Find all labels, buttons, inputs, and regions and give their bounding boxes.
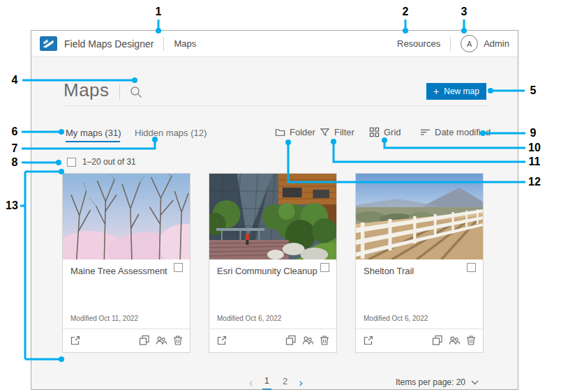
card-title[interactable]: Esri Community Cleanup [217, 266, 317, 276]
app-title: Field Maps Designer [64, 38, 154, 50]
callout-number-5: 5 [530, 84, 537, 97]
share-group-icon[interactable] [449, 335, 460, 346]
items-per-page-label: Items per page: 20 [396, 377, 465, 387]
filter-icon [320, 127, 330, 137]
card-thumbnail-trail-fence[interactable] [356, 174, 483, 259]
page-title: Maps [63, 80, 110, 100]
user-name[interactable]: Admin [484, 38, 509, 49]
callout-number-1: 1 [156, 6, 162, 18]
page-1-button[interactable]: 1 [262, 375, 271, 390]
share-group-icon[interactable] [302, 335, 313, 346]
title-separator [119, 84, 120, 99]
card-modified-date: Modified Oct 6, 2022 [364, 315, 428, 322]
sort-button[interactable]: Date modified [420, 127, 491, 137]
folder-button[interactable]: Folder [275, 127, 315, 137]
callout-number-13: 13 [6, 199, 18, 212]
callout-number-9: 9 [530, 127, 537, 140]
card-title[interactable]: Shelton Trail [364, 266, 414, 276]
pagination: ‹ 1 2 › [249, 375, 303, 390]
filter-label: Filter [334, 127, 354, 137]
search-icon[interactable] [129, 85, 143, 99]
duplicate-icon[interactable] [432, 335, 443, 346]
callout-number-4: 4 [12, 74, 18, 86]
grid-view-button[interactable]: Grid [369, 127, 401, 137]
duplicate-icon[interactable] [139, 335, 150, 346]
folder-icon [275, 127, 285, 137]
callout-number-11: 11 [529, 156, 541, 168]
previous-page-icon[interactable]: ‹ [249, 378, 253, 388]
nav-maps[interactable]: Maps [174, 38, 196, 49]
card-modified-date: Modified Oct 6, 2022 [217, 315, 281, 322]
card-select-checkbox[interactable] [320, 263, 329, 272]
chevron-down-icon [471, 380, 479, 385]
card-thumbnail-winter-trees[interactable] [63, 174, 190, 259]
map-card-list: Maine Tree Assessment Modified Oct 11, 2… [62, 173, 484, 353]
open-map-icon[interactable] [216, 335, 227, 346]
folder-label: Folder [290, 127, 315, 137]
sort-label: Date modified [435, 127, 491, 137]
card-divider [63, 329, 190, 329]
grid-icon [369, 127, 380, 137]
card-title[interactable]: Maine Tree Assessment [70, 266, 167, 276]
map-card: Shelton Trail Modified Oct 6, 2022 [355, 173, 484, 353]
open-map-icon[interactable] [70, 335, 81, 346]
nav-resources[interactable]: Resources [397, 38, 440, 49]
delete-icon[interactable] [172, 335, 184, 346]
screenshot: Field Maps Designer Maps Resources A Adm… [0, 0, 561, 392]
delete-icon[interactable] [319, 335, 330, 346]
delete-icon[interactable] [465, 335, 477, 346]
app-header: Field Maps Designer Maps Resources A Adm… [31, 31, 518, 57]
card-modified-date: Modified Oct 11, 2022 [70, 315, 138, 322]
card-select-checkbox[interactable] [174, 263, 183, 272]
selection-row: 1–20 out of 31 [67, 157, 136, 167]
map-card: Maine Tree Assessment Modified Oct 11, 2… [62, 173, 190, 353]
header-separator-2 [450, 37, 451, 51]
items-per-page-control[interactable]: Items per page: 20 [396, 377, 479, 387]
card-thumbnail-campus-building[interactable] [209, 174, 336, 259]
sort-icon [420, 127, 431, 137]
card-actions [139, 335, 184, 346]
tab-my-maps[interactable]: My maps (31) [66, 128, 121, 138]
app-window: Field Maps Designer Maps Resources A Adm… [31, 30, 518, 390]
map-card: Esri Community Cleanup Modified Oct 6, 2… [209, 173, 337, 353]
filter-button[interactable]: Filter [320, 127, 354, 137]
page-2-button[interactable]: 2 [280, 376, 290, 389]
header-right: Resources A Admin [397, 35, 518, 52]
header-separator [163, 37, 164, 51]
selection-label: 1–20 out of 31 [82, 157, 136, 167]
new-map-label: New map [444, 86, 479, 96]
callout-number-10: 10 [528, 142, 541, 154]
card-divider [356, 329, 483, 329]
card-select-checkbox[interactable] [467, 263, 476, 272]
card-actions [432, 335, 477, 346]
card-divider [209, 329, 336, 329]
tab-hidden-maps[interactable]: Hidden maps (12) [135, 128, 207, 138]
callout-number-2: 2 [403, 6, 409, 18]
grid-label: Grid [384, 127, 401, 137]
duplicate-icon[interactable] [285, 335, 297, 346]
select-all-checkbox[interactable] [67, 158, 76, 167]
callout-number-6: 6 [12, 126, 18, 138]
callout-number-3: 3 [461, 6, 468, 18]
new-map-button[interactable]: + New map [426, 83, 486, 100]
callout-number-12: 12 [528, 176, 541, 188]
callout-number-7: 7 [12, 142, 18, 155]
open-map-icon[interactable] [363, 335, 374, 346]
card-actions [285, 335, 330, 346]
avatar[interactable]: A [461, 35, 478, 52]
plus-icon: + [433, 86, 439, 97]
share-group-icon[interactable] [156, 335, 167, 346]
callout-number-8: 8 [12, 156, 18, 169]
next-page-icon[interactable]: › [299, 378, 303, 388]
tab-active-underline [66, 141, 120, 142]
field-maps-logo-icon [40, 36, 57, 51]
title-rule [63, 105, 489, 106]
